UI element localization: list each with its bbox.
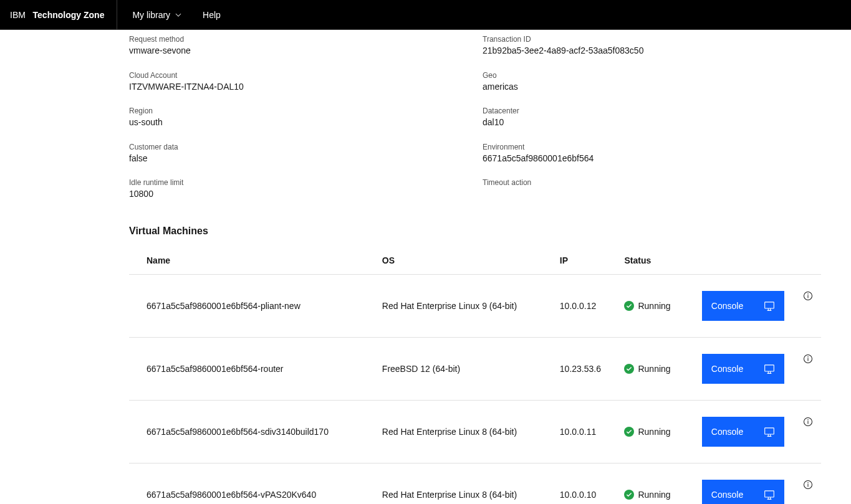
info-icon[interactable] [803, 480, 813, 490]
console-button[interactable]: Console [702, 417, 784, 447]
field-request-method: Request method vmware-sevone [129, 35, 468, 57]
field-label: Idle runtime limit [129, 178, 468, 187]
field-value: false [129, 153, 468, 165]
vm-ip: 10.0.0.11 [552, 400, 617, 463]
vm-status-text: Running [638, 364, 670, 374]
vm-console-cell: Console [695, 463, 796, 504]
col-header-info [796, 249, 822, 275]
header-nav: My library Help [122, 0, 230, 29]
vm-console-cell: Console [695, 400, 796, 463]
console-button-label: Console [711, 301, 743, 311]
chevron-down-icon [174, 11, 183, 19]
vm-status-text: Running [638, 490, 670, 500]
field-region: Region us-south [129, 107, 468, 129]
field-environment: Environment 6671a5c5af9860001e6bf564 [483, 143, 821, 165]
field-value: 21b92ba5-3ee2-4a89-acf2-53aa5f083c50 [483, 45, 821, 57]
vm-status-text: Running [638, 301, 670, 311]
svg-point-0 [624, 301, 634, 311]
vm-status-cell: Running [617, 463, 694, 504]
nav-help[interactable]: Help [193, 0, 231, 29]
field-timeout-action: Timeout action [483, 178, 821, 201]
field-label: Transaction ID [483, 35, 821, 44]
vm-info-cell [796, 274, 822, 337]
vm-name: 6671a5c5af9860001e6bf564-router [129, 337, 375, 400]
vm-os: Red Hat Enterprise Linux 9 (64-bit) [375, 274, 552, 337]
vm-os: Red Hat Enterprise Linux 8 (64-bit) [375, 400, 552, 463]
field-label: Geo [483, 71, 821, 80]
screen-icon [764, 426, 775, 437]
field-value: dal10 [483, 116, 821, 129]
vm-ip: 10.0.0.10 [552, 463, 617, 504]
vm-os: Red Hat Enterprise Linux 8 (64-bit) [375, 463, 552, 504]
screen-icon [764, 300, 775, 311]
nav-help-label: Help [203, 10, 221, 20]
vm-status-text: Running [638, 427, 670, 437]
field-value: ITZVMWARE-ITZNA4-DAL10 [129, 81, 468, 93]
vm-console-cell: Console [695, 274, 796, 337]
field-label: Request method [129, 35, 468, 44]
nav-my-library-label: My library [132, 10, 170, 20]
info-icon[interactable] [803, 417, 813, 427]
field-label: Environment [483, 143, 821, 151]
col-header-console [695, 249, 796, 275]
table-row: 6671a5c5af9860001e6bf564-pliant-new Red … [129, 274, 821, 337]
field-label: Cloud Account [129, 71, 468, 80]
brand-product: Technology Zone [33, 10, 105, 20]
vm-table-wrapper: Name OS IP Status 6671a5c5af9860001e6bf5… [0, 249, 851, 504]
field-transaction-id: Transaction ID 21b92ba5-3ee2-4a89-acf2-5… [483, 35, 821, 57]
field-cloud-account: Cloud Account ITZVMWARE-ITZNA4-DAL10 [129, 71, 468, 93]
vm-os: FreeBSD 12 (64-bit) [375, 337, 552, 400]
main-content: Request method vmware-sevone Transaction… [0, 30, 851, 504]
brand-prefix: IBM [10, 10, 26, 20]
field-geo: Geo americas [483, 71, 821, 93]
col-header-os: OS [375, 249, 552, 275]
field-value: americas [483, 81, 821, 93]
field-label: Timeout action [483, 178, 821, 187]
console-button[interactable]: Console [702, 354, 784, 384]
vm-info-cell [796, 400, 822, 463]
svg-point-3 [808, 356, 809, 358]
field-value: 10800 [129, 188, 468, 201]
nav-my-library[interactable]: My library [122, 0, 193, 29]
table-header-row: Name OS IP Status [129, 249, 821, 275]
svg-point-4 [624, 427, 634, 437]
field-label: Datacenter [483, 107, 821, 115]
vm-status-cell: Running [617, 400, 694, 463]
checkmark-filled-icon [624, 364, 634, 374]
info-icon[interactable] [803, 354, 813, 364]
checkmark-filled-icon [624, 427, 634, 437]
brand[interactable]: IBM Technology Zone [10, 0, 117, 29]
section-title-vm: Virtual Machines [0, 201, 851, 249]
console-button-label: Console [711, 364, 743, 374]
field-idle-runtime-limit: Idle runtime limit 10800 [129, 178, 468, 201]
col-header-name: Name [129, 249, 375, 275]
svg-point-1 [808, 293, 809, 295]
col-header-status: Status [617, 249, 694, 275]
vm-status-cell: Running [617, 337, 694, 400]
console-button[interactable]: Console [702, 291, 784, 321]
console-button[interactable]: Console [702, 480, 784, 504]
vm-name: 6671a5c5af9860001e6bf564-vPAS20Kv640 [129, 463, 375, 504]
vm-info-cell [796, 463, 822, 504]
vm-info-cell [796, 337, 822, 400]
details-grid: Request method vmware-sevone Transaction… [0, 30, 851, 201]
info-icon[interactable] [803, 291, 813, 301]
console-button-label: Console [711, 427, 743, 437]
vm-ip: 10.0.0.12 [552, 274, 617, 337]
field-value: vmware-sevone [129, 45, 468, 57]
table-row: 6671a5c5af9860001e6bf564-vPAS20Kv640 Red… [129, 463, 821, 504]
field-value: 6671a5c5af9860001e6bf564 [483, 153, 821, 165]
checkmark-filled-icon [624, 490, 634, 500]
field-label: Region [129, 107, 468, 115]
checkmark-filled-icon [624, 301, 634, 311]
global-header: IBM Technology Zone My library Help [0, 0, 851, 30]
vm-status-cell: Running [617, 274, 694, 337]
col-header-ip: IP [552, 249, 617, 275]
screen-icon [764, 489, 775, 500]
vm-name: 6671a5c5af9860001e6bf564-pliant-new [129, 274, 375, 337]
field-value: us-south [129, 116, 468, 129]
vm-ip: 10.23.53.6 [552, 337, 617, 400]
svg-point-6 [624, 490, 634, 500]
field-customer-data: Customer data false [129, 143, 468, 165]
table-row: 6671a5c5af9860001e6bf564-sdiv3140build17… [129, 400, 821, 463]
